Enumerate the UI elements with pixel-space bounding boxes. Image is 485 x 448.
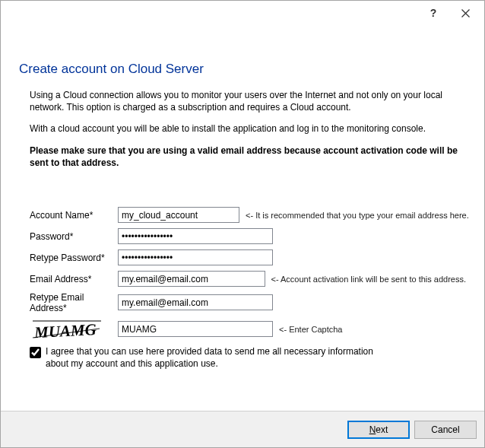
label-retype-password: Retype Password* xyxy=(30,253,118,263)
row-retype-email: Retype Email Address* xyxy=(30,292,466,313)
input-email[interactable] xyxy=(118,271,265,287)
hint-email: <- Account activation link will be sent … xyxy=(271,275,467,284)
row-agree: I agree that you can use here provided d… xyxy=(30,345,466,370)
label-email: Email Address* xyxy=(30,274,118,284)
titlebar: ? xyxy=(1,1,484,25)
intro-paragraph-1: Using a Cloud connection allows you to m… xyxy=(30,89,466,113)
row-password: Password* xyxy=(30,228,466,245)
label-password: Password* xyxy=(30,231,118,242)
label-agree[interactable]: I agree that you can use here provided d… xyxy=(46,345,395,370)
captcha-icon: MUAMG xyxy=(30,318,106,341)
label-account-name: Account Name* xyxy=(30,210,118,221)
row-retype-password: Retype Password* xyxy=(30,249,466,266)
next-button[interactable]: Next xyxy=(347,421,410,439)
footer: Next Cancel xyxy=(1,411,484,447)
hint-captcha: <- Enter Captcha xyxy=(279,325,342,334)
content-area: Create account on Cloud Server Using a C… xyxy=(1,25,484,411)
help-button[interactable]: ? xyxy=(417,2,449,24)
input-password[interactable] xyxy=(118,228,273,244)
input-captcha[interactable] xyxy=(118,321,273,337)
cancel-button[interactable]: Cancel xyxy=(414,421,477,439)
input-retype-email[interactable] xyxy=(118,294,273,310)
intro-paragraph-3: Please make sure that you are using a va… xyxy=(30,145,466,169)
input-account-name[interactable] xyxy=(118,207,239,223)
row-account-name: Account Name* <- It is recommended that … xyxy=(30,207,466,224)
input-retype-password[interactable] xyxy=(118,249,273,265)
intro-text: Using a Cloud connection allows you to m… xyxy=(19,89,466,169)
form: Account Name* <- It is recommended that … xyxy=(30,207,466,341)
close-button[interactable] xyxy=(449,2,481,24)
close-icon xyxy=(461,9,470,17)
label-retype-email: Retype Email Address* xyxy=(30,292,118,313)
hint-account-name: <- It is recommended that you type your … xyxy=(246,211,469,220)
captcha-image: MUAMG xyxy=(30,318,118,341)
checkbox-agree[interactable] xyxy=(30,347,41,358)
row-email: Email Address* <- Account activation lin… xyxy=(30,271,466,288)
intro-paragraph-2: With a cloud account you will be able to… xyxy=(30,122,466,135)
dialog-window: ? Create account on Cloud Server Using a… xyxy=(0,0,485,448)
svg-text:MUAMG: MUAMG xyxy=(33,320,97,341)
next-button-rest: ext xyxy=(376,424,388,435)
page-title: Create account on Cloud Server xyxy=(19,62,466,77)
row-captcha: MUAMG <- Enter Captcha xyxy=(30,318,466,341)
